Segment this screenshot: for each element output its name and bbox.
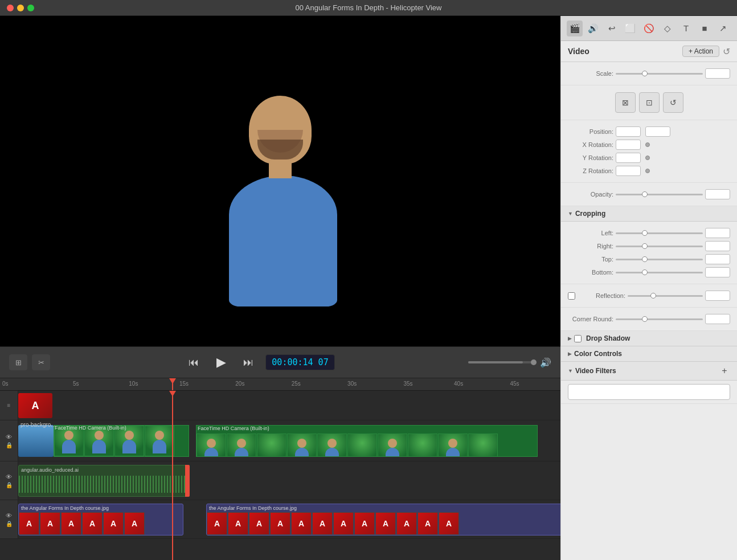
audio-clip[interactable]: angular.audio_reduced.ai: [18, 465, 186, 497]
video-filters-content: [561, 381, 737, 404]
scale-input[interactable]: [705, 68, 730, 79]
volume-slider[interactable]: [468, 361, 537, 363]
skip-to-start-button[interactable]: ⏮: [183, 352, 204, 373]
track-header-image: 👁 🔒: [0, 500, 18, 538]
timeline-area: 0s 5s 10s 15s 20s 25s 30s 35s 40s 45s: [0, 378, 560, 560]
drop-shadow-header[interactable]: ▶ Drop Shadow: [561, 331, 737, 346]
z-rotation-input[interactable]: [616, 166, 641, 176]
maximize-button[interactable]: [27, 5, 34, 11]
reset-button[interactable]: ↺: [723, 46, 730, 57]
title-thumbnail[interactable]: A: [18, 393, 52, 418]
crop-top-slider[interactable]: [616, 259, 703, 260]
x-rotation-input[interactable]: [616, 140, 641, 150]
color-controls-header[interactable]: ▶ Color Controls: [561, 346, 737, 362]
tab-share[interactable]: ↗: [715, 21, 731, 36]
track-label-video: pro-backgro...: [21, 422, 56, 428]
position-section: Position: X Rotation: Y Rotation: Z Rota…: [561, 120, 737, 183]
tab-history[interactable]: ↩: [604, 21, 620, 36]
window-title: 00 Angular Forms In Depth - Helicopter V…: [296, 3, 442, 12]
close-button[interactable]: [7, 5, 14, 11]
ruler-mark-10s: 10s: [129, 381, 138, 387]
drop-shadow-checkbox[interactable]: [574, 335, 582, 342]
titlebar: 00 Angular Forms In Depth - Helicopter V…: [0, 0, 737, 16]
crop-bottom-slider[interactable]: [616, 272, 703, 273]
audio-clip-label: angular.audio_reduced.ai: [21, 467, 79, 473]
rotate-button[interactable]: ↺: [663, 92, 683, 113]
y-rotation-label: Y Rotation:: [568, 154, 613, 161]
image-lock-icon[interactable]: 🔒: [6, 521, 13, 527]
track-header-audio: 👁 🔒: [0, 461, 18, 500]
right-label: Right:: [568, 243, 613, 250]
opacity-input[interactable]: [705, 189, 730, 199]
y-rotation-input[interactable]: [616, 153, 641, 163]
audio-lock-icon[interactable]: 🔒: [6, 482, 13, 488]
corner-round-slider[interactable]: [616, 318, 703, 320]
opacity-label: Opacity:: [568, 191, 613, 198]
track-lock-icon[interactable]: 🔒: [6, 442, 13, 448]
tab-overlay[interactable]: ◇: [660, 21, 675, 36]
crop-bottom-input[interactable]: [705, 267, 730, 277]
clip-blue-initial[interactable]: [18, 425, 54, 457]
ruler-mark-35s: 35s: [403, 381, 412, 387]
audio-clip-end-marker: [185, 465, 190, 497]
timeline-ruler: 0s 5s 10s 15s 20s 25s 30s 35s 40s 45s: [0, 378, 560, 391]
tab-crop[interactable]: ⬜: [623, 21, 638, 36]
reflection-checkbox[interactable]: [568, 292, 575, 300]
crop-right-input[interactable]: [705, 241, 730, 251]
clip-video-strip[interactable]: FaceTime HD Camera (Built-in): [54, 425, 560, 457]
tab-audio[interactable]: 🔊: [585, 21, 601, 36]
crop-right-slider[interactable]: [616, 246, 703, 247]
cropping-content: Left: Right: Top: Bottom:: [561, 222, 737, 284]
image-clip-2-label: the Angular Forms In Depth course.jpg: [207, 504, 560, 512]
crop-left-slider[interactable]: [616, 232, 703, 234]
cropping-title: Cropping: [575, 210, 605, 218]
action-button[interactable]: + Action: [682, 46, 719, 57]
cropping-header[interactable]: ▼ Cropping: [561, 206, 737, 222]
flip-v-button[interactable]: ⊡: [639, 92, 660, 113]
add-filter-button[interactable]: +: [719, 365, 730, 377]
crop-button[interactable]: ✂: [32, 354, 50, 370]
track-header-video: 👁 🔒: [0, 420, 18, 461]
tab-video[interactable]: 🎬: [567, 21, 583, 36]
position-y-input[interactable]: [645, 126, 670, 137]
ruler-mark-5s: 5s: [73, 381, 79, 387]
volume-icon: 🔊: [540, 357, 551, 368]
corner-round-input[interactable]: [705, 314, 730, 324]
position-x-input[interactable]: [616, 126, 641, 137]
track-content-audio: angular.audio_reduced.ai: [18, 461, 560, 500]
ruler-mark-40s: 40s: [454, 381, 463, 387]
skip-to-end-button[interactable]: ⏭: [238, 352, 259, 373]
crop-left-input[interactable]: [705, 228, 730, 238]
position-label: Position:: [568, 128, 613, 135]
audio-eye-icon[interactable]: 👁: [6, 473, 12, 480]
y-rotation-dot: [645, 156, 650, 160]
image-clip-1[interactable]: the Angular Forms In Depth course.jpg A …: [18, 504, 183, 536]
image-clip-2[interactable]: the Angular Forms In Depth course.jpg A …: [206, 504, 560, 536]
track-options-icon[interactable]: ≡: [7, 402, 11, 408]
track-row-audio: 👁 🔒 angular.audio_reduced.ai: [0, 461, 560, 500]
opacity-slider[interactable]: [616, 194, 703, 195]
scale-label: Scale:: [568, 70, 613, 77]
reflection-input[interactable]: [705, 291, 730, 301]
crop-tool-button[interactable]: ⊞: [9, 354, 27, 370]
play-button[interactable]: ▶: [211, 352, 231, 373]
x-rotation-label: X Rotation:: [568, 141, 613, 148]
scale-slider[interactable]: [616, 73, 703, 75]
video-filters-title: Video Filters: [575, 367, 616, 375]
reflection-slider[interactable]: [628, 295, 703, 297]
corner-round-section: Corner Round:: [561, 308, 737, 331]
panel-content: Scale: ⊠ ⊡ ↺ Position:: [561, 62, 737, 560]
track-content-video: pro-backgro... FaceTime HD Camera (Built…: [18, 420, 560, 461]
track-eye-icon[interactable]: 👁: [6, 434, 12, 440]
crop-top-input[interactable]: [705, 254, 730, 264]
track-row-image: 👁 🔒 the Angular Forms In Depth course.jp…: [0, 500, 560, 539]
track-content-image: the Angular Forms In Depth course.jpg A …: [18, 500, 560, 538]
minimize-button[interactable]: [17, 5, 24, 11]
tab-background[interactable]: ■: [697, 21, 713, 36]
image-eye-icon[interactable]: 👁: [6, 512, 12, 519]
filter-search-input[interactable]: [568, 384, 730, 400]
tab-text[interactable]: T: [678, 21, 694, 36]
tab-filter[interactable]: 🚫: [641, 21, 657, 36]
video-filters-header[interactable]: ▼ Video Filters +: [561, 362, 737, 381]
flip-h-button[interactable]: ⊠: [615, 92, 636, 113]
